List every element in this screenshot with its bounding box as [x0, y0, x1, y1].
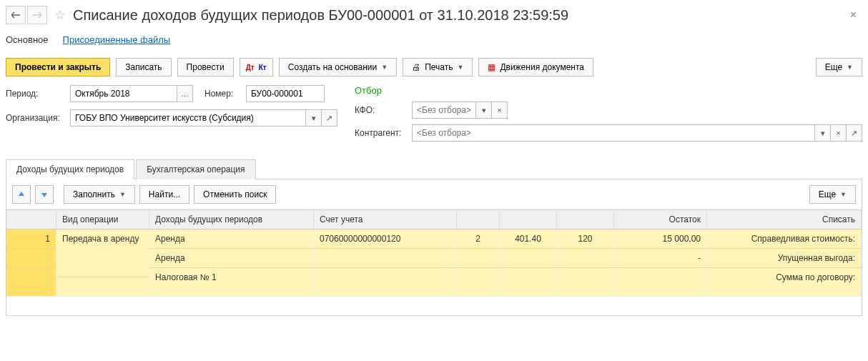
more-button[interactable]: Еще▼ — [816, 58, 862, 76]
rest-value: 15 000,00 — [614, 229, 706, 249]
number-input[interactable] — [246, 85, 325, 102]
post-and-close-button[interactable]: Провести и закрыть — [6, 58, 110, 76]
section-tab-files[interactable]: Присоединенные файлы — [63, 31, 171, 48]
col-acc-header[interactable]: Счет учета — [314, 210, 457, 229]
col-dbp-header[interactable]: Доходы будущих периодов — [149, 210, 314, 229]
a1-value: 2 — [457, 229, 499, 249]
forward-button[interactable] — [27, 6, 47, 24]
col-write-header[interactable]: Списать — [707, 210, 862, 229]
save-button[interactable]: Записать — [116, 58, 171, 76]
section-tab-main[interactable]: Основное — [6, 31, 49, 48]
rest-dash: - — [614, 249, 706, 268]
close-button[interactable]: × — [844, 6, 862, 24]
chevron-down-icon: ▼ — [381, 64, 388, 71]
dbp2: Аренда — [149, 249, 313, 268]
contr-label: Контрагент: — [355, 128, 406, 138]
col-a2-header[interactable] — [500, 210, 557, 229]
row-number: 1 — [6, 229, 56, 249]
period-select-button[interactable]: … — [177, 85, 193, 102]
kfo-clear-button[interactable]: × — [492, 102, 508, 119]
period-label: Период: — [6, 89, 64, 99]
a3-value: 120 — [557, 229, 613, 249]
print-button[interactable]: 🖨Печать▼ — [403, 58, 473, 76]
cell-rest: 15 000,00 - — [614, 229, 707, 297]
col-a1-header[interactable] — [457, 210, 500, 229]
dbp3: Налоговая № 1 — [149, 268, 313, 287]
period-input[interactable] — [70, 85, 177, 102]
cancel-find-button[interactable]: Отменить поиск — [194, 185, 276, 204]
org-label: Организация: — [6, 113, 64, 123]
create-based-button[interactable]: Создать на основании▼ — [279, 58, 397, 76]
cell-acc: 07060000000000120 — [314, 229, 457, 297]
org-open-button[interactable]: ↗ — [322, 109, 337, 127]
fill-button[interactable]: Заполнить▼ — [64, 185, 135, 204]
contr-input[interactable] — [412, 124, 815, 142]
chevron-down-icon: ▼ — [119, 191, 126, 198]
movements-label: Движения документа — [500, 62, 584, 72]
cell-write: Справедливая стоимость: Упущенная выгода… — [707, 229, 862, 297]
cell-num: 1 — [6, 229, 56, 297]
table-row[interactable]: 1 Передача в аренду Аренда Аренда Налого… — [6, 229, 862, 297]
org-input[interactable] — [70, 109, 306, 127]
filter-title: Отбор — [355, 85, 862, 96]
back-button[interactable] — [6, 6, 26, 24]
col-a3-header[interactable] — [557, 210, 614, 229]
create-based-label: Создать на основании — [288, 62, 378, 72]
post-button[interactable]: Провести — [177, 58, 234, 76]
col-rest-header[interactable]: Остаток — [614, 210, 707, 229]
printer-icon: 🖨 — [412, 62, 420, 72]
more-label: Еще — [825, 62, 842, 72]
number-label: Номер: — [204, 89, 240, 99]
kfo-dropdown-button[interactable]: ▾ — [476, 102, 492, 119]
fill-label: Заполнить — [73, 189, 115, 199]
cell-op: Передача в аренду — [56, 229, 149, 297]
contr-dropdown-button[interactable]: ▾ — [815, 124, 831, 142]
movements-button[interactable]: ▦Движения документа — [478, 58, 593, 76]
cell-a3: 120 — [557, 229, 614, 297]
w3: Сумма по договору: — [707, 268, 861, 287]
w1: Справедливая стоимость: — [707, 229, 861, 249]
data-grid: Вид операции Доходы будущих периодов Сче… — [6, 209, 862, 316]
table-more-label: Еще — [819, 189, 836, 199]
dtkt-button[interactable]: ДтКт — [240, 58, 273, 76]
kfo-label: КФО: — [355, 105, 406, 115]
col-num-header[interactable] — [6, 210, 56, 229]
contr-clear-button[interactable]: × — [831, 124, 847, 142]
dbp1: Аренда — [149, 229, 313, 249]
chevron-down-icon: ▼ — [457, 64, 463, 71]
a2-value: 401.40 — [500, 229, 556, 249]
document-title: Списание доходов будущих периодов БУ00-0… — [73, 7, 568, 24]
move-down-button[interactable] — [35, 185, 54, 204]
col-op-header[interactable]: Вид операции — [56, 210, 149, 229]
table-more-button[interactable]: Еще▼ — [809, 185, 856, 204]
org-dropdown-button[interactable]: ▾ — [306, 109, 322, 127]
w2: Упущенная выгода: — [707, 249, 861, 268]
cell-a2: 401.40 — [500, 229, 557, 297]
tab-incomes[interactable]: Доходы будущих периодов — [6, 159, 134, 179]
kfo-input[interactable] — [412, 102, 476, 119]
print-label: Печать — [425, 62, 453, 72]
find-button[interactable]: Найти... — [139, 185, 189, 204]
acc-value: 07060000000000120 — [314, 229, 456, 249]
document-icon: ▦ — [488, 62, 495, 72]
chevron-down-icon: ▼ — [840, 191, 847, 198]
move-up-button[interactable] — [12, 185, 31, 204]
tab-accounting[interactable]: Бухгалтерская операция — [136, 159, 255, 179]
chevron-down-icon: ▼ — [847, 64, 853, 71]
cell-a1: 2 — [457, 229, 500, 297]
op-value: Передача в аренду — [56, 229, 149, 258]
favorite-icon[interactable]: ☆ — [53, 8, 67, 22]
contr-open-button[interactable]: ↗ — [847, 124, 862, 142]
cell-dbp: Аренда Аренда Налоговая № 1 — [149, 229, 314, 297]
